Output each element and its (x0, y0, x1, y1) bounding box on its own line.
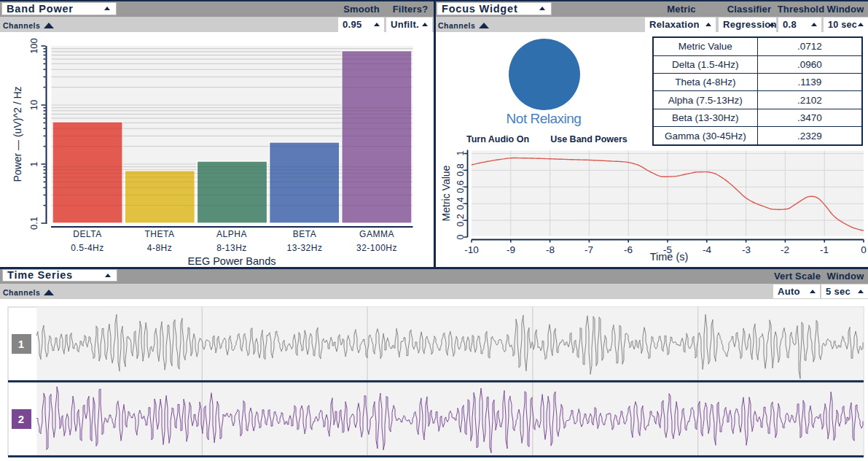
svg-text:-1: -1 (820, 244, 829, 255)
svg-text:EEG Power Bands: EEG Power Bands (188, 255, 276, 267)
svg-text:Metric Value: Metric Value (440, 165, 452, 221)
svg-text:Power — (uV)^2 / Hz: Power — (uV)^2 / Hz (12, 86, 23, 182)
svg-text:-3: -3 (742, 244, 751, 255)
svg-text:8-13Hz: 8-13Hz (216, 243, 247, 253)
svg-text:0.4: 0.4 (455, 197, 466, 209)
svg-text:10: 10 (28, 100, 39, 110)
svg-text:13-32Hz: 13-32Hz (287, 243, 323, 253)
svg-text:DELTA: DELTA (73, 229, 101, 239)
svg-text:0.1: 0.1 (28, 217, 39, 230)
svg-text:1: 1 (455, 150, 466, 155)
svg-text:-6: -6 (624, 244, 633, 255)
svg-text:0.8: 0.8 (455, 163, 466, 176)
svg-text:100: 100 (28, 38, 39, 54)
svg-text:0.2: 0.2 (455, 214, 466, 226)
svg-text:-8: -8 (546, 244, 555, 255)
svg-text:0.6: 0.6 (455, 180, 466, 193)
svg-text:-4: -4 (703, 244, 711, 255)
svg-text:-2: -2 (781, 244, 789, 255)
svg-text:0: 0 (861, 244, 867, 255)
svg-text:4-8Hz: 4-8Hz (147, 243, 173, 253)
svg-text:0: 0 (455, 234, 466, 239)
svg-text:THETA: THETA (145, 229, 175, 239)
svg-text:0.5-4Hz: 0.5-4Hz (71, 243, 104, 253)
svg-text:-10: -10 (464, 244, 479, 255)
svg-text:32-100Hz: 32-100Hz (356, 243, 397, 253)
svg-text:1: 1 (28, 161, 39, 166)
svg-text:-7: -7 (584, 244, 593, 255)
svg-text:-9: -9 (507, 244, 515, 255)
svg-text:ALPHA: ALPHA (216, 229, 247, 239)
svg-text:BETA: BETA (293, 229, 316, 239)
svg-text:Time (s): Time (s) (650, 251, 689, 263)
svg-text:GAMMA: GAMMA (359, 229, 394, 239)
